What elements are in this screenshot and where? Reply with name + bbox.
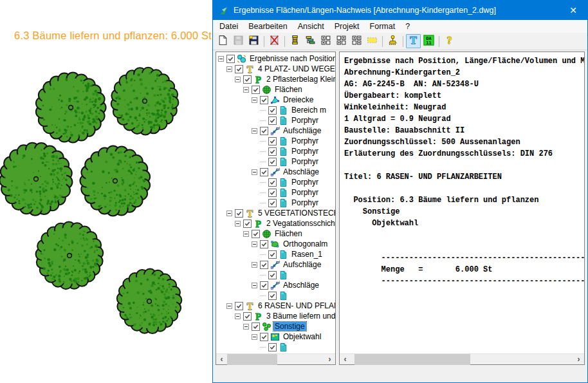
tree-item[interactable]: P2 Pflasterbelag Kleinp [235,74,335,84]
drawing-area[interactable]: 6.3 Bäume liefern und pflanzen: 6.000 St [0,0,212,383]
scroll-track[interactable] [227,354,324,365]
collapse-toggle[interactable] [218,56,224,62]
list-cascade-button[interactable] [303,34,318,48]
menu-item-help[interactable]: ? [400,20,415,33]
tree-item[interactable]: Flächen [243,84,335,95]
results-tree-panel[interactable]: Ergebnisse nach Position, LäT4 PLATZ- UN… [216,51,336,365]
tree-item-checkbox[interactable] [252,230,260,238]
collapse-toggle[interactable] [252,283,257,288]
tree-item[interactable]: Ergebnisse nach Position, Lä [218,53,335,64]
tree-item-checkbox[interactable] [252,322,260,331]
tree-item-checkbox[interactable] [226,55,235,63]
collapse-toggle[interactable] [252,128,257,134]
plot-output-button[interactable] [385,34,400,48]
tree-horizontal-scrollbar[interactable]: ‹› [216,353,335,364]
tree-symbol[interactable] [0,143,72,216]
collapse-toggle[interactable] [235,221,241,227]
tree-item[interactable]: T5 VEGETATIONSTECHN [226,208,335,218]
tree-item-checkbox[interactable] [243,220,252,228]
tree-item[interactable]: Porphyr [260,136,335,146]
tree-item[interactable]: Porphyr [260,198,335,208]
tree-item-checkbox[interactable] [268,199,277,207]
close-button[interactable]: ✕ [559,1,587,20]
scroll-right-arrow[interactable]: › [324,354,335,365]
scroll-thumb[interactable] [227,354,277,365]
collapse-toggle[interactable] [243,231,249,237]
tree-item[interactable] [260,342,335,352]
collapse-toggle[interactable] [252,262,257,268]
select-grid-1-button[interactable] [318,34,333,48]
tree-item[interactable]: Orthogonalm [252,239,335,249]
tree-symbol[interactable] [36,73,106,143]
tree-item-checkbox[interactable] [243,312,252,321]
tree-item[interactable]: ±Abschläge [252,280,335,290]
collapse-toggle[interactable] [235,313,241,319]
tree-item-checkbox[interactable] [268,106,277,115]
tree-item[interactable]: Porphyr [260,156,335,167]
save-button[interactable] [231,34,246,48]
tree-item[interactable] [260,290,335,301]
tree-item[interactable]: Flächen [243,229,335,239]
menu-item-datei[interactable]: Datei [214,20,243,33]
tree-item-checkbox[interactable] [252,86,260,94]
tree-item[interactable]: T4 PLATZ- UND WEGEBA [226,64,335,74]
highlight-marker-button[interactable] [365,34,380,48]
tree-item[interactable]: Dreiecke [252,95,335,105]
tree-item-checkbox[interactable] [268,147,277,156]
tree-symbol[interactable] [80,146,150,216]
tree-item-checkbox[interactable] [235,209,243,218]
scroll-thumb[interactable] [354,354,470,365]
collapse-toggle[interactable] [252,97,257,103]
tree-item-checkbox[interactable] [260,333,268,341]
collapse-toggle[interactable] [243,324,249,330]
tree-item[interactable]: ±Aufschläge [252,126,335,136]
collapse-toggle[interactable] [252,241,257,247]
da11-view-button[interactable]: DA11 [421,34,436,48]
collapse-toggle[interactable] [226,66,232,72]
menu-item-bearbeiten[interactable]: Bearbeiten [243,20,292,33]
tree-item[interactable]: ±Abschläge [252,167,335,177]
delete-result-button[interactable] [267,34,282,48]
scroll-left-arrow[interactable]: ‹ [340,354,351,365]
tree-item-checkbox[interactable] [235,65,243,73]
tree-item[interactable]: Porphyr [260,146,335,156]
tree-item-checkbox[interactable] [243,75,252,84]
tree-item-checkbox[interactable] [268,117,277,125]
tree-item-checkbox[interactable] [268,189,277,197]
tree-item-checkbox[interactable] [268,137,277,145]
tree-item-checkbox[interactable] [260,240,268,248]
tree-item-checkbox[interactable] [268,292,277,300]
select-grid-2-button[interactable] [334,34,349,48]
tree-item-checkbox[interactable] [235,302,243,310]
tree-item-checkbox[interactable] [260,96,268,104]
tree-item[interactable]: Sonstige [243,321,335,332]
collapse-toggle[interactable] [252,169,257,175]
tree-item[interactable]: Objektwahl [252,332,335,342]
menu-item-projekt[interactable]: Projekt [329,20,365,33]
output-text-panel[interactable]: Ergebnisse nach Position, Länge/Fläche/V… [339,51,585,365]
titlebar[interactable]: Ergebnisse Flächen/Längen-Nachweis [Abre… [213,1,587,20]
tree-item[interactable]: T6 RASEN- UND PFLANZ [226,301,335,311]
output-horizontal-scrollbar[interactable]: ‹› [340,353,584,364]
tree-symbol[interactable] [111,68,179,135]
collapse-toggle[interactable] [235,77,241,82]
new-file-button[interactable] [216,34,230,48]
list-structure-button[interactable] [288,34,302,48]
tree-item-checkbox[interactable] [268,271,277,279]
tree-item[interactable]: Porphyr [260,115,335,126]
save-as-button[interactable] [246,34,261,48]
scroll-left-arrow[interactable]: ‹ [216,354,227,365]
tree-item[interactable]: ±Aufschläge [252,259,335,270]
tree-item[interactable]: P3 Bäume liefern und p [235,311,335,321]
tree-item-checkbox[interactable] [268,158,277,166]
tree-item[interactable]: Porphyr [260,187,335,198]
tree-item[interactable] [260,270,335,280]
tree-symbol[interactable] [117,269,182,333]
results-tree[interactable]: Ergebnisse nach Position, LäT4 PLATZ- UN… [216,52,335,353]
menu-item-format[interactable]: Format [365,20,401,33]
scroll-right-arrow[interactable]: › [573,354,584,365]
tree-item[interactable]: Rasen_1 [260,249,335,259]
tree-item-checkbox[interactable] [260,281,268,290]
collapse-toggle[interactable] [243,87,249,93]
select-grid-3-button[interactable] [349,34,364,48]
